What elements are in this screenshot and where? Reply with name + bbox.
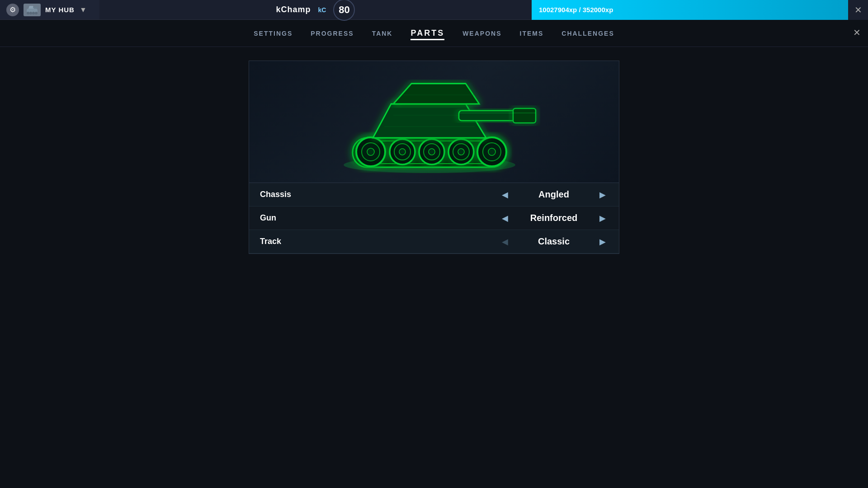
- kc-badge: kC: [318, 6, 326, 14]
- track-label: Track: [260, 237, 500, 246]
- top-center: kChamp kC 80: [99, 0, 532, 21]
- nav-item-progress[interactable]: PROGRESS: [311, 28, 354, 39]
- level-badge: 80: [333, 0, 355, 21]
- svg-point-18: [429, 149, 435, 155]
- svg-point-24: [488, 148, 495, 155]
- top-bar: ⚙ MY HUB ▼ kChamp kC 80 10027904xp / 352…: [0, 0, 868, 20]
- track-value: Classic: [518, 236, 590, 247]
- parts-panel: Chassis ◀ Angled ▶ Gun ◀ Reinforced ▶ Tr…: [249, 61, 619, 254]
- track-row: Track ◀ Classic ▶: [249, 230, 619, 253]
- svg-point-5: [32, 12, 35, 14]
- nav-item-items[interactable]: ITEMS: [520, 28, 544, 39]
- chassis-prev-button[interactable]: ◀: [500, 189, 510, 200]
- chassis-row: Chassis ◀ Angled ▶: [249, 183, 619, 206]
- gun-label: Gun: [260, 213, 500, 223]
- gun-row: Gun ◀ Reinforced ▶: [249, 206, 619, 230]
- svg-point-4: [29, 12, 32, 14]
- nav-item-parts[interactable]: PARTS: [410, 27, 444, 40]
- hub-section: ⚙ MY HUB ▼: [0, 0, 99, 19]
- parts-list: Chassis ◀ Angled ▶ Gun ◀ Reinforced ▶ Tr…: [249, 183, 619, 253]
- track-prev-button[interactable]: ◀: [500, 236, 510, 247]
- nav-item-challenges[interactable]: CHALLENGES: [561, 28, 614, 39]
- svg-point-3: [27, 12, 29, 14]
- svg-rect-32: [513, 108, 536, 123]
- svg-rect-2: [33, 7, 38, 8]
- gun-value: Reinforced: [518, 213, 590, 223]
- svg-marker-34: [393, 84, 479, 104]
- track-selector: ◀ Classic ▶: [500, 236, 608, 247]
- main-content: Chassis ◀ Angled ▶ Gun ◀ Reinforced ▶ Tr…: [0, 47, 868, 254]
- chassis-selector: ◀ Angled ▶: [500, 189, 608, 200]
- close-top-button[interactable]: ✕: [848, 0, 868, 20]
- xp-bar: 10027904xp / 352000xp: [532, 0, 848, 20]
- nav-bar: SETTINGS PROGRESS TANK PARTS WEAPONS ITE…: [0, 20, 868, 47]
- gear-icon[interactable]: ⚙: [6, 4, 19, 16]
- svg-point-15: [399, 149, 406, 155]
- track-next-button[interactable]: ▶: [597, 236, 608, 247]
- nav-item-weapons[interactable]: WEAPONS: [462, 28, 501, 39]
- nav-item-settings[interactable]: SETTINGS: [254, 28, 292, 39]
- chassis-label: Chassis: [260, 190, 500, 199]
- tank-display: [249, 61, 619, 183]
- xp-display: 10027904xp / 352000xp: [539, 6, 613, 14]
- chassis-next-button[interactable]: ▶: [597, 189, 608, 200]
- nav-item-tank[interactable]: TANK: [372, 28, 393, 39]
- gun-next-button[interactable]: ▶: [597, 213, 608, 224]
- svg-point-12: [367, 148, 374, 155]
- tank-avatar: [24, 4, 41, 16]
- close-secondary-button[interactable]: ✕: [853, 27, 861, 38]
- username: kChamp: [276, 5, 311, 14]
- svg-point-21: [458, 149, 464, 155]
- hub-label: MY HUB: [45, 6, 75, 14]
- chassis-value: Angled: [518, 189, 590, 200]
- svg-point-6: [35, 12, 38, 14]
- tank-image: [326, 68, 542, 176]
- gun-selector: ◀ Reinforced ▶: [500, 213, 608, 224]
- hub-dropdown-icon[interactable]: ▼: [79, 6, 87, 14]
- gun-prev-button[interactable]: ◀: [500, 213, 510, 224]
